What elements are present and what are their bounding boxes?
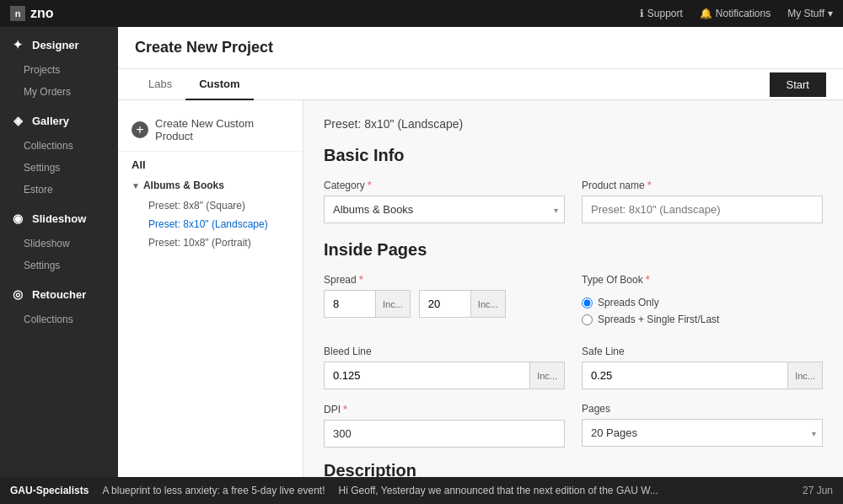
tree-preset-portrait[interactable]: Preset: 10x8" (Portrait) <box>118 233 303 252</box>
spread-input-1: Inc... <box>324 290 411 318</box>
tree-all[interactable]: All <box>118 152 303 174</box>
dpi-group: DPI * <box>324 403 565 448</box>
app-logo: n zno <box>10 6 54 21</box>
caret-icon: ▼ <box>132 181 140 190</box>
bell-icon: 🔔 <box>700 8 712 19</box>
create-product-button[interactable]: + Create New Custom Product <box>118 109 303 152</box>
mystuff-link[interactable]: My Stuff ▾ <box>787 8 833 19</box>
type-of-book-radios: Spreads Only Spreads + Single First/Last <box>582 290 823 332</box>
product-name-input[interactable] <box>582 196 823 223</box>
right-panel: Preset: 8x10" (Landscape) Basic Info Cat… <box>303 100 843 504</box>
safe-line-group: Safe Line Inc... <box>582 346 823 389</box>
spread-inputs: Inc... Inc... <box>324 290 565 318</box>
spread-label: Spread * <box>324 273 565 286</box>
sidebar-item-slideshow-settings[interactable]: Settings <box>0 255 118 276</box>
type-of-book-label: Type Of Book * <box>582 273 823 286</box>
spread-value-2[interactable] <box>420 291 470 317</box>
tree-preset-square[interactable]: Preset: 8x8" (Square) <box>118 196 303 215</box>
type-of-book-group: Type Of Book * Spreads Only Spreads + Si… <box>582 273 823 332</box>
sidebar-item-gallery-collections[interactable]: Collections <box>0 135 118 157</box>
dpi-required: * <box>343 403 347 416</box>
category-select[interactable]: Albums & Books <box>324 196 565 223</box>
safe-line-unit: Inc... <box>787 362 822 389</box>
tree-preset-landscape[interactable]: Preset: 8x10" (Landscape) <box>118 215 303 233</box>
bottom-notification-bar[interactable]: GAU-Specialists A blueprint to less anxi… <box>0 477 843 504</box>
preset-label: Preset: 8x10" (Landscape) <box>324 117 823 131</box>
tab-custom[interactable]: Custom <box>185 69 253 100</box>
bleed-line-input-group: Inc... <box>324 362 565 389</box>
inside-pages-title: Inside Pages <box>324 240 823 260</box>
category-group: Category * Albums & Books ▾ <box>324 179 565 223</box>
dpi-label: DPI * <box>324 403 565 416</box>
sidebar-item-retoucher-collections[interactable]: Collections <box>0 308 118 330</box>
spreads-single-label: Spreads + Single First/Last <box>598 314 719 325</box>
spread-value-1[interactable] <box>325 291 375 317</box>
bleed-line-group: Bleed Line Inc... <box>324 346 565 389</box>
sidebar-item-estore[interactable]: Estore <box>0 179 118 201</box>
top-nav-right: ℹ Support 🔔 Notifications My Stuff ▾ <box>640 8 833 19</box>
main-content: Create New Project Labs Custom Start + C… <box>118 27 843 504</box>
dpi-input[interactable] <box>324 420 565 448</box>
dpi-pages-row: DPI * Pages 20 Pages ▾ <box>324 403 823 448</box>
left-panel: + Create New Custom Product All ▼ Albums… <box>118 100 303 504</box>
chevron-down-icon: ▾ <box>828 8 833 19</box>
support-link[interactable]: ℹ Support <box>640 8 683 19</box>
bottom-bar-date: 27 Jun <box>803 485 833 496</box>
tree-parent-label: Albums & Books <box>143 180 224 191</box>
tree-albums-books[interactable]: ▼ Albums & Books <box>118 174 303 196</box>
sidebar-gallery-label: Gallery <box>32 115 69 127</box>
product-name-group: Product name * <box>582 179 823 223</box>
plus-icon: + <box>132 121 148 138</box>
sidebar-section-slideshow[interactable]: ◉ Slideshow <box>0 201 118 233</box>
safe-line-input-group: Inc... <box>582 362 823 389</box>
slideshow-icon: ◉ <box>10 211 25 226</box>
bottom-bar-preview: Hi Geoff, Yesterday we announced that th… <box>339 485 658 496</box>
sidebar-item-gallery-settings[interactable]: Settings <box>0 157 118 179</box>
tab-labs[interactable]: Labs <box>135 69 185 100</box>
bottom-bar-message: A blueprint to less anxiety: a free 5-da… <box>102 485 325 496</box>
spread-unit-1: Inc... <box>375 291 410 317</box>
category-label: Category * <box>324 179 565 191</box>
category-select-wrap: Albums & Books ▾ <box>324 196 565 223</box>
retoucher-icon: ◎ <box>10 287 25 302</box>
bleed-line-unit: Inc... <box>529 362 564 389</box>
type-of-book-required: * <box>646 273 650 286</box>
pages-group: Pages 20 Pages ▾ <box>582 403 823 448</box>
bottom-bar-sender: GAU-Specialists <box>10 485 89 496</box>
pages-select[interactable]: 20 Pages <box>582 419 823 447</box>
spread-group: Spread * Inc... Inc... <box>324 273 565 332</box>
info-icon: ℹ <box>640 8 644 19</box>
category-required: * <box>368 179 372 191</box>
spreads-only-label: Spreads Only <box>598 297 659 308</box>
safe-line-input[interactable] <box>583 362 787 389</box>
top-navigation: n zno ℹ Support 🔔 Notifications My Stuff… <box>0 0 843 27</box>
sidebar-designer-label: Designer <box>32 39 79 51</box>
notifications-link[interactable]: 🔔 Notifications <box>700 8 771 19</box>
basic-info-title: Basic Info <box>324 146 823 165</box>
product-name-label: Product name * <box>582 179 823 191</box>
sidebar-section-gallery[interactable]: ◈ Gallery <box>0 103 118 135</box>
pages-label: Pages <box>582 403 823 415</box>
start-button[interactable]: Start <box>770 72 826 97</box>
content-area: + Create New Custom Product All ▼ Albums… <box>118 100 843 504</box>
app-name: zno <box>30 6 54 21</box>
pages-select-wrap: 20 Pages ▾ <box>582 419 823 447</box>
radio-spreads-single[interactable]: Spreads + Single First/Last <box>582 314 823 325</box>
sidebar-item-projects[interactable]: Projects <box>0 59 118 81</box>
tabs-bar: Labs Custom Start <box>118 69 843 100</box>
create-product-label: Create New Custom Product <box>155 117 289 142</box>
sidebar-section-retoucher[interactable]: ◎ Retoucher <box>0 276 118 308</box>
spread-input-2: Inc... <box>419 290 506 318</box>
radio-spreads-only[interactable]: Spreads Only <box>582 297 823 308</box>
sidebar-item-slideshow[interactable]: Slideshow <box>0 233 118 255</box>
bleed-line-input[interactable] <box>325 362 529 389</box>
sidebar-retoucher-label: Retoucher <box>32 288 86 301</box>
page-header: Create New Project <box>118 27 843 69</box>
designer-icon: ✦ <box>10 37 25 52</box>
logo-icon: n <box>10 6 25 21</box>
bleed-safe-row: Bleed Line Inc... Safe Line Inc... <box>324 346 823 389</box>
spread-required: * <box>359 273 363 286</box>
sidebar-item-myorders[interactable]: My Orders <box>0 81 118 103</box>
inside-pages-row: Spread * Inc... Inc... <box>324 273 823 332</box>
sidebar-section-designer[interactable]: ✦ Designer <box>0 27 118 59</box>
